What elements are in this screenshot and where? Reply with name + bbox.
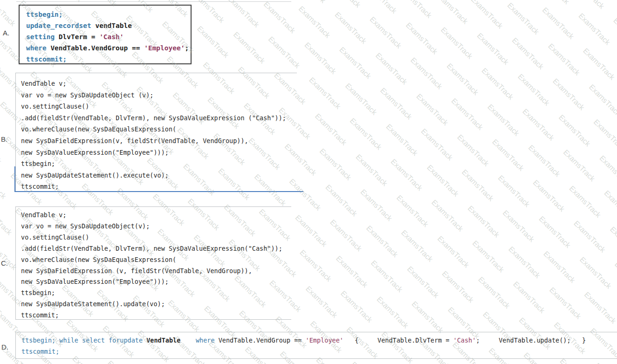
code-token: update_recordset [26,22,91,29]
code-line: ttsbegin; [21,158,297,170]
code-line: new SysDaValueExpression("Employee"))); [21,147,297,158]
code-line: vo.whereClause(new SysDaEqualsExpression… [21,124,297,135]
code-line: new SysDaUpdateStatement().update(vo); [21,299,291,310]
option-d-code-box[interactable]: ttsbegin; while select forupdate VendTab… [15,332,617,359]
code-line: ttsbegin; [21,288,291,299]
code-token: new SysDaFieldExpression (v, fieldStr(Ve… [21,267,252,275]
code-line: VendTable v; [21,78,297,89]
code-token: ttsbegin; [26,11,63,18]
code-token: 'Employee' [306,337,343,344]
code-token: { VendTable.DlvTerm = [343,337,453,344]
option-b-label: B. [1,135,7,143]
code-line: var vo = new SysDaUpdateObject(v); [21,221,291,232]
code-line: ttsbegin; [26,9,191,20]
code-token: ttsbegin; [21,337,59,344]
code-line: .add(fieldStr(VendTable, DlvTerm), new S… [21,112,297,124]
code-line: new SysDaFieldExpression (v, fieldStr(Ve… [21,266,291,277]
code-token: where [26,44,47,52]
code-token: ; VendTable.update(); } [476,337,586,344]
code-token: where [196,337,215,344]
code-token: ttscommit; [26,55,67,63]
code-token: setting [26,33,55,41]
watermark-row: ExamsTrack ExamsTrack ExamsTrack ExamsTr… [278,0,617,212]
option-b-code-box[interactable]: VendTable v;var vo = new SysDaUpdateObje… [15,73,297,192]
code-token [180,337,196,344]
code-token: VendTable [143,337,180,344]
code-token: var vo = new SysDaUpdateObject(v); [21,222,150,230]
code-token: VendTable v; [21,211,67,219]
code-line: VendTable v; [21,210,291,221]
code-line: update_recordset vendTable [26,20,191,31]
code-token: ttscommit; [21,311,59,319]
code-token: DlvTerm = [55,33,99,41]
code-line: setting DlvTerm = 'Cash' [26,31,191,42]
code-token: 'Cash' [99,33,123,41]
code-token: new SysDaValueExpression("Employee"))); [21,278,169,285]
code-token: vo.whereClause(new SysDaEqualsExpression… [21,256,176,263]
option-a-code-box[interactable]: ttsbegin;update_recordset vendTablesetti… [19,5,192,64]
code-token: while select forupdate [59,337,143,344]
code-line: ttscommit; [21,346,617,357]
code-token: ttscommit; [21,183,59,190]
option-a-label: A. [3,29,9,37]
code-token: 'Cash' [453,337,476,344]
code-line: ttscommit; [26,54,191,65]
code-token: vendTable [91,22,132,29]
code-token: new SysDaFieldExpression(v, fieldStr(Ven… [21,137,248,144]
watermark-row: ExamsTrack ExamsTrack ExamsTrack ExamsTr… [293,0,617,197]
code-token: ttsbegin; [21,160,55,167]
code-token: ttscommit; [21,348,59,355]
option-c-label: C. [1,259,8,267]
code-token: .add(fieldStr(VendTable, DlvTerm), new S… [21,114,286,122]
code-line: .add(fieldStr(VendTable, DlvTerm), new S… [21,243,291,254]
code-line: vo.whereClause(new SysDaEqualsExpression… [21,254,291,266]
code-token: vo.settingClause() [21,234,89,241]
watermark-row: ExamsTrack ExamsTrack ExamsTrack ExamsTr… [263,0,617,227]
code-line: vo.settingClause() [21,101,297,112]
code-line: ttscommit; [21,181,297,192]
exam-question-page: ExamsTrack ExamsTrack ExamsTrack ExamsTr… [0,0,617,364]
code-token: vo.whereClause(new SysDaEqualsExpression… [21,125,176,133]
option-c-code-box[interactable]: VendTable v;var vo = new SysDaUpdateObje… [15,206,291,320]
code-token: var vo = new SysDaUpdateObject (v); [21,91,153,99]
code-token: ttsbegin; [21,289,55,296]
code-token: new SysDaValueExpression("Employee"))); [21,149,169,156]
code-token: .add(fieldStr(VendTable, DlvTerm), new S… [21,245,282,252]
code-token: ; [185,44,189,52]
code-token: VendTable.VendGroup == [215,337,306,344]
code-line: where VendTable.VendGroup == 'Employee'; [26,42,191,54]
code-line: ttscommit; [21,310,291,321]
code-line: new SysDaValueExpression("Employee"))); [21,276,291,288]
code-token: new SysDaUpdateStatement().execute(vo); [21,172,169,179]
code-line: ttsbegin; while select forupdate VendTab… [21,335,617,346]
code-token: vo.settingClause() [21,103,89,110]
code-line: vo.settingClause() [21,232,291,243]
code-token: VendTable v; [21,80,67,87]
watermark-row: ExamsTrack ExamsTrack ExamsTrack ExamsTr… [248,0,617,242]
code-line: var vo = new SysDaUpdateObject (v); [21,89,297,101]
code-line: new SysDaUpdateStatement().execute(vo); [21,170,297,181]
code-line: new SysDaFieldExpression(v, fieldStr(Ven… [21,135,297,147]
option-d-label: D. [1,343,8,351]
code-token: new SysDaUpdateStatement().update(vo); [21,300,165,308]
code-token: 'Employee' [144,44,185,52]
code-token: VendTable.VendGroup == [47,44,144,52]
cropped-box-edge [16,1,291,2]
